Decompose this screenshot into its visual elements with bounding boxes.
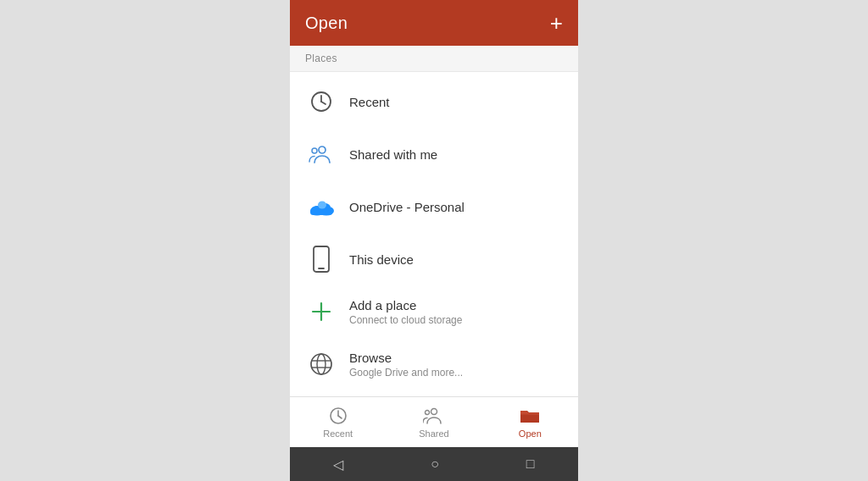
- bottom-nav: Recent Shared: [290, 396, 578, 447]
- recent-label: Recent: [349, 95, 390, 109]
- svg-point-22: [431, 409, 437, 415]
- svg-point-3: [319, 147, 326, 153]
- svg-point-15: [311, 354, 331, 374]
- plus-green-icon: [305, 296, 337, 328]
- device-label: This device: [349, 252, 414, 267]
- svg-line-2: [321, 102, 326, 104]
- svg-rect-9: [310, 209, 332, 215]
- nav-item-recent[interactable]: Recent: [290, 397, 386, 447]
- globe-icon: [305, 348, 337, 380]
- header-title: Open: [305, 14, 348, 33]
- nav-item-open[interactable]: Open: [482, 397, 578, 447]
- nav-shared-label: Shared: [419, 428, 448, 439]
- add-place-label: Add a place: [349, 298, 462, 312]
- shared-label: Shared with me: [349, 147, 437, 162]
- home-button[interactable]: ○: [431, 456, 439, 472]
- svg-point-23: [425, 411, 429, 415]
- people-icon: [305, 138, 337, 170]
- nav-recent-icon: [328, 406, 348, 426]
- browse-sub: Google Drive and more...: [349, 367, 463, 379]
- add-place-sub: Connect to cloud storage: [349, 314, 462, 326]
- list-item-recent[interactable]: Recent: [290, 75, 578, 128]
- svg-point-4: [312, 148, 317, 153]
- browse-label: Browse: [349, 351, 463, 365]
- header-add-button[interactable]: +: [550, 12, 563, 34]
- list-item-onedrive[interactable]: OneDrive - Personal: [290, 180, 578, 233]
- onedrive-icon: [305, 191, 337, 223]
- phone-container: Open + Places Recent: [290, 0, 578, 481]
- list-item-add-place[interactable]: Add a place Connect to cloud storage: [290, 285, 578, 338]
- onedrive-label: OneDrive - Personal: [349, 200, 465, 214]
- svg-point-10: [318, 202, 326, 209]
- clock-icon: [305, 86, 337, 118]
- nav-item-shared[interactable]: Shared: [386, 397, 481, 447]
- nav-open-label: Open: [519, 428, 542, 439]
- recents-button[interactable]: □: [526, 456, 535, 472]
- places-list: Recent Shared with me: [290, 72, 578, 396]
- nav-open-icon: [519, 406, 541, 426]
- back-button[interactable]: ◁: [333, 456, 343, 473]
- nav-shared-icon: [423, 406, 445, 426]
- list-item-device[interactable]: This device: [290, 233, 578, 285]
- svg-line-21: [338, 416, 342, 418]
- places-section-label: Places: [290, 46, 578, 72]
- nav-recent-label: Recent: [323, 428, 353, 439]
- list-item-browse[interactable]: Browse Google Drive and more...: [290, 338, 578, 390]
- system-nav: ◁ ○ □: [290, 447, 578, 481]
- header: Open +: [290, 0, 578, 46]
- list-item-shared[interactable]: Shared with me: [290, 128, 578, 180]
- svg-point-16: [317, 354, 326, 374]
- phone-icon: [305, 243, 337, 275]
